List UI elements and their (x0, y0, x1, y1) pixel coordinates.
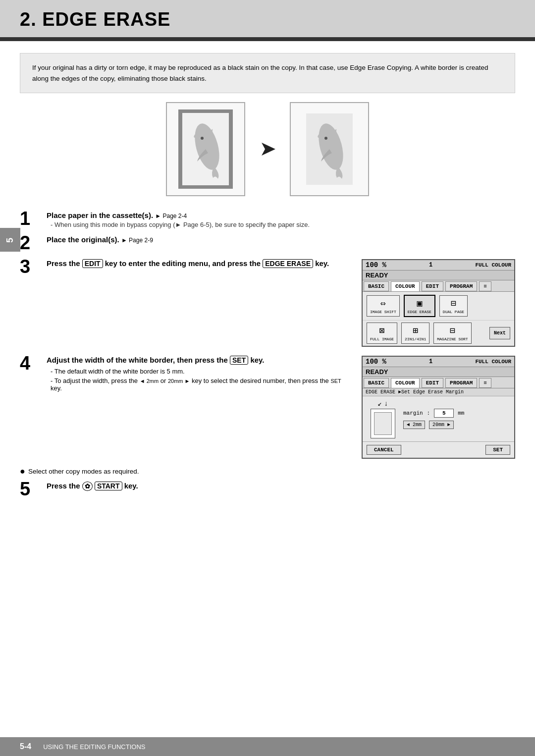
step-4-screen: 100 % 1 FULL COLOUR READY BASIC COLOUR E… (362, 356, 515, 459)
step-3-container: 3 Press the EDIT key to enter the editin… (20, 259, 515, 347)
lcd-3-ready: READY (363, 270, 514, 280)
step-1-title: Place paper in the cassette(s). ► Page 2… (47, 211, 515, 219)
page-title: 2. EDGE ERASE (20, 9, 515, 30)
step-4-number: 4 (20, 354, 43, 373)
chapter-tab: 5 (0, 228, 20, 252)
lcd-cancel-button[interactable]: CANCEL (367, 445, 401, 455)
step-4-content: Adjust the width of the white border, th… (47, 356, 352, 392)
bullet-note-text: Select other copy modes as required. (28, 468, 139, 475)
step-2-number: 2 (20, 233, 43, 252)
svg-rect-2 (229, 109, 233, 189)
lcd-2mm-button[interactable]: ◄ 2mm (403, 421, 425, 429)
lcd-4-margin-controls: margin : 5 mm ◄ 2mm 20mm ► (403, 409, 509, 429)
lcd-4-tab-edit[interactable]: EDIT (422, 378, 443, 388)
lcd-3-colour: FULL COLOUR (475, 262, 511, 268)
step-1: 1 Place paper in the cassette(s). ► Page… (20, 211, 515, 228)
header-divider (0, 39, 535, 41)
margin-diagram (371, 409, 395, 438)
lcd-tab-program[interactable]: PROGRAM (445, 281, 477, 291)
step-3-screen: 100 % 1 FULL COLOUR READY BASIC COLOUR E… (362, 259, 515, 347)
lcd-set-button[interactable]: SET (485, 445, 510, 455)
dolphin-before (166, 102, 245, 196)
lcd-4-margin-row: margin : 5 mm (403, 409, 509, 418)
lcd-3-topbar: 100 % 1 FULL COLOUR (363, 260, 514, 270)
margin-value-box: 5 (434, 409, 454, 418)
step-5-content: Press the ✿ START key. (47, 482, 515, 492)
lcd-tab-more[interactable]: ≡ (479, 281, 491, 291)
step-5: 5 Press the ✿ START key. (20, 482, 515, 498)
lcd-btn-magazine[interactable]: ⊟ MAGAZINE SORT (433, 323, 471, 344)
bullet-note: ● Select other copy modes as required. (20, 468, 515, 476)
lcd-tab-edit[interactable]: EDIT (422, 281, 443, 291)
dolphin-before-svg (178, 109, 233, 189)
lcd-4-bc1: EDGE ERASE (366, 389, 395, 395)
cancel-label: CANCEL (374, 447, 394, 453)
margin-unit: mm (458, 410, 464, 416)
lcd-4-action-row: CANCEL SET (363, 441, 514, 458)
lcd-tab-basic[interactable]: BASIC (364, 281, 389, 291)
lcd-20mm-button[interactable]: 20mm ► (429, 421, 454, 429)
dolphin-after (290, 102, 369, 196)
svg-point-7 (201, 137, 204, 140)
step-2-content: Place the original(s). ► Page 2-9 (47, 235, 515, 245)
set-label: SET (493, 447, 503, 453)
lcd-btn-edge-erase[interactable]: ▣ EDGE ERASE (404, 295, 435, 317)
step-3-content: Press the EDIT key to enter the editing … (47, 259, 352, 270)
step-5-title: Press the ✿ START key. (47, 482, 515, 490)
step-3-title: Press the EDIT key to enter the editing … (47, 259, 352, 268)
lcd-btn-dual-page[interactable]: ⊟ DUAL PAGE (439, 295, 468, 317)
arrow-icon: ➤ (260, 139, 275, 160)
dolphin-after-svg (302, 109, 357, 189)
step-5-number: 5 (20, 480, 43, 498)
lcd-btn-full-image[interactable]: ⊠ FULL IMAGE (367, 323, 397, 344)
lcd-4-margin-area: ↙ ↓ margin : 5 (363, 396, 514, 441)
lcd-4-tab-colour[interactable]: COLOUR (391, 378, 420, 388)
intro-text: If your original has a dirty or torn edg… (32, 64, 488, 82)
lcd-4-count: 1 (429, 358, 432, 365)
bullet-dot: ● (20, 467, 25, 476)
lcd-screen-3: 100 % 1 FULL COLOUR READY BASIC COLOUR E… (362, 259, 515, 347)
lcd-3-tabs: BASIC COLOUR EDIT PROGRAM ≡ (363, 280, 514, 292)
step-4-note2: - To adjust the width, press the ◄ 2mm o… (51, 377, 352, 392)
lcd-4-breadcrumb: EDGE ERASE ►Set Edge Erase Margin (363, 388, 514, 396)
page-footer: 5-4 USING THE EDITING FUNCTIONS (0, 737, 535, 756)
svg-rect-1 (178, 109, 182, 189)
dolphin-illustration: ➤ (20, 102, 515, 196)
lcd-4-tab-basic[interactable]: BASIC (364, 378, 389, 388)
lcd-3-icons-row2: ⊠ FULL IMAGE ⊞ 2IN1/4IN1 ⊟ MAGAZINE SORT… (363, 321, 514, 346)
margin-value: 5 (442, 410, 446, 416)
lcd-tab-colour[interactable]: COLOUR (391, 281, 420, 291)
lcd-btn-2in1[interactable]: ⊞ 2IN1/4IN1 (401, 323, 429, 344)
step-2: 2 Place the original(s). ► Page 2-9 (20, 235, 515, 252)
lcd-4-tab-more[interactable]: ≡ (479, 378, 491, 388)
footer-label: USING THE EDITING FUNCTIONS (43, 743, 145, 751)
margin-label: margin (403, 410, 423, 416)
svg-rect-4 (178, 185, 233, 189)
step-3: 3 Press the EDIT key to enter the editin… (20, 259, 352, 276)
step-4-note1: - The default width of the white border … (51, 368, 352, 375)
lcd-4-percent: 100 % (366, 358, 386, 366)
step-3-left: 3 Press the EDIT key to enter the editin… (20, 259, 352, 283)
svg-rect-3 (178, 109, 233, 113)
chapter-number: 5 (5, 237, 15, 243)
page-header: 2. EDGE ERASE (0, 0, 535, 39)
footer-page-number: 5-4 (20, 742, 31, 751)
lcd-next-button[interactable]: Next (489, 327, 510, 339)
step-3-number: 3 (20, 257, 43, 276)
step-2-title: Place the original(s). ► Page 2-9 (47, 235, 515, 244)
intro-box: If your original has a dirty or torn edg… (20, 53, 515, 93)
step-4-left: 4 Adjust the width of the white border, … (20, 356, 352, 399)
margin-colon: : (427, 410, 430, 416)
lcd-3-count: 1 (429, 262, 432, 269)
lcd-4-tab-program[interactable]: PROGRAM (445, 378, 477, 388)
step-4: 4 Adjust the width of the white border, … (20, 356, 352, 392)
step-1-number: 1 (20, 209, 43, 228)
step-4-title: Adjust the width of the white border, th… (47, 356, 352, 365)
main-content: If your original has a dirty or torn edg… (0, 53, 535, 525)
lcd-4-colour: FULL COLOUR (475, 359, 511, 365)
lcd-screen-4: 100 % 1 FULL COLOUR READY BASIC COLOUR E… (362, 356, 515, 459)
lcd-4-bc2: ►Set Edge Erase Margin (398, 389, 464, 395)
step-1-note: When using this mode in bypass copying (… (51, 221, 515, 228)
lcd-btn-image-shift[interactable]: ⇔ IMAGE SHIFT (367, 295, 400, 317)
lcd-4-btn-row: ◄ 2mm 20mm ► (403, 421, 509, 429)
